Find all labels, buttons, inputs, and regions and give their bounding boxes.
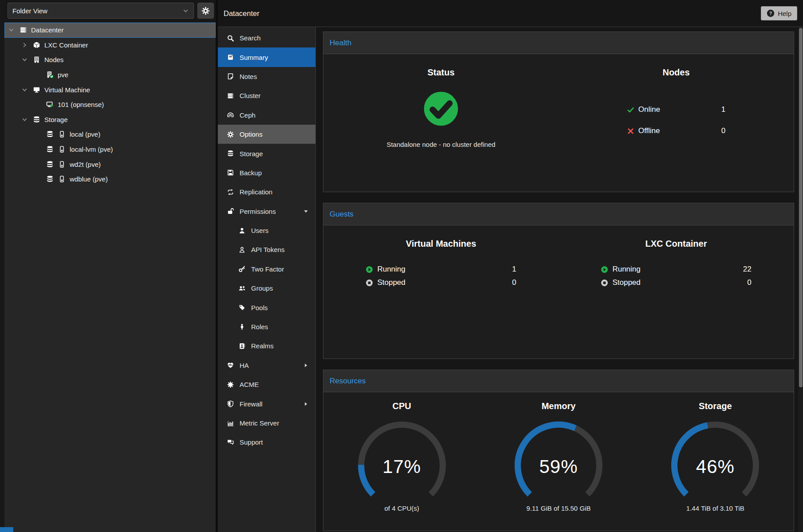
drive-icon	[58, 146, 66, 153]
caret-spacer	[35, 71, 42, 78]
stat-value: 0	[721, 126, 725, 135]
gauge-memory: Memory59%9.11 GiB of 15.50 GiB	[480, 392, 637, 531]
view-selector[interactable]: Folder View	[8, 3, 194, 19]
lxc-running-row: Running 22	[601, 265, 751, 274]
chevron-down-icon[interactable]	[21, 116, 29, 123]
stat-value: 1	[721, 105, 725, 114]
menu-item-label: Firewall	[240, 400, 263, 408]
gauges-row: CPU17%of 4 CPU(s)Memory59%9.11 GiB of 15…	[323, 392, 794, 531]
virtual-machines-column: Virtual Machines Running 1 Stopped 0	[323, 225, 559, 359]
chevron-down-icon[interactable]	[8, 27, 16, 33]
menu-item-search[interactable]: Search	[218, 28, 315, 47]
tag-icon	[238, 304, 246, 311]
health-panel-header: Health	[323, 32, 794, 54]
drive-icon	[58, 175, 66, 183]
database-icon	[32, 116, 41, 123]
certificate-icon	[227, 381, 234, 388]
menu-item-options[interactable]: Options	[218, 125, 315, 144]
cluster-icon	[227, 92, 234, 99]
menu-item-pools[interactable]: Pools	[218, 298, 315, 317]
male-icon	[238, 323, 246, 331]
view-selector-value: Folder View	[12, 7, 47, 15]
menu-item-two-factor[interactable]: Two Factor	[218, 260, 315, 279]
menu-item-api-tokens[interactable]: API Tokens	[218, 240, 315, 259]
stop-circle-icon	[366, 279, 373, 287]
menu-item-storage[interactable]: Storage	[218, 144, 315, 163]
tree-item-wd2t-pve[interactable]: wd2t (pve)	[4, 157, 216, 172]
gauge-arc: 46%	[660, 421, 771, 499]
users-icon	[238, 285, 246, 292]
menu-item-cluster[interactable]: Cluster	[218, 86, 315, 105]
tree-item-label: Virtual Machine	[44, 86, 90, 94]
tree-item-pve[interactable]: pve	[4, 67, 216, 83]
vertical-scrollbar[interactable]	[798, 27, 803, 532]
menu-item-firewall[interactable]: Firewall	[218, 394, 315, 413]
tree-item-nodes[interactable]: Nodes	[4, 52, 216, 67]
chevron-down-icon[interactable]	[21, 87, 29, 93]
caret-spacer	[35, 161, 42, 168]
nodes-online-row: Online 1	[627, 105, 726, 114]
menu-item-summary[interactable]: Summary	[218, 47, 315, 67]
menu-item-ceph[interactable]: Ceph	[218, 106, 315, 125]
menu-item-replication[interactable]: Replication	[218, 182, 315, 201]
caret-spacer	[35, 146, 42, 153]
menu-item-acme[interactable]: ACME	[218, 375, 315, 394]
tree-item-local-pve[interactable]: local (pve)	[4, 127, 216, 142]
tree-item-label: Storage	[44, 116, 68, 123]
tree-item-101-opnsense[interactable]: 101 (opnsense)	[4, 97, 216, 112]
menu-item-label: ACME	[240, 381, 259, 388]
menu-item-label: Backup	[240, 169, 262, 177]
menu-item-label: Search	[240, 34, 261, 42]
tree-item-label: pve	[58, 71, 68, 79]
menu-item-label: Replication	[240, 188, 272, 196]
stat-label: Running	[377, 265, 405, 274]
menu-item-support[interactable]: Support	[218, 433, 315, 452]
menu-item-roles[interactable]: Roles	[218, 317, 315, 336]
menu-item-ha[interactable]: HA	[218, 356, 315, 375]
desktop-play-icon	[46, 101, 54, 108]
menu-item-label: Two Factor	[251, 265, 284, 273]
menu-item-permissions[interactable]: Permissions	[218, 202, 315, 221]
tree-item-storage[interactable]: Storage	[4, 112, 216, 127]
key-icon	[238, 265, 246, 272]
bottom-left-selection-strip	[0, 527, 13, 532]
menu-item-users[interactable]: Users	[218, 221, 315, 240]
resources-panel-header: Resources	[323, 370, 794, 392]
menu-item-label: Pools	[251, 304, 268, 311]
tree-item-virtual-machine[interactable]: Virtual Machine	[4, 82, 216, 97]
chevron-down-icon[interactable]	[21, 56, 29, 63]
guests-panel: Guests Virtual Machines Running 1	[323, 203, 794, 359]
summary-content: Health Status Standalone node - no clust…	[316, 27, 803, 532]
tree-settings-button[interactable]	[197, 3, 214, 19]
stat-value: 0	[747, 278, 751, 287]
stop-circle-icon	[601, 279, 608, 287]
stat-value: 0	[512, 278, 516, 287]
health-panel: Health Status Standalone node - no clust…	[323, 32, 794, 192]
lxc-heading: LXC Container	[646, 239, 707, 249]
tree-item-local-lvm-pve[interactable]: local-lvm (pve)	[4, 142, 216, 157]
main-region: Datacenter ? Help SearchSummaryNotesClus…	[218, 0, 803, 532]
tree-item-lxc-container[interactable]: LXC Container	[4, 38, 216, 53]
chevron-right-icon[interactable]	[21, 42, 29, 48]
menu-item-metric-server[interactable]: Metric Server	[218, 414, 315, 433]
sync-icon	[227, 189, 234, 196]
search-icon	[227, 35, 234, 42]
scrollbar-thumb[interactable]	[799, 28, 803, 387]
cluster-status-column: Status Standalone node - no cluster defi…	[323, 54, 559, 192]
menu-item-notes[interactable]: Notes	[218, 67, 315, 86]
menu-item-groups[interactable]: Groups	[218, 279, 315, 298]
database-icon	[46, 146, 54, 153]
tree-item-datacenter[interactable]: Datacenter	[4, 23, 216, 38]
floppy-icon	[227, 169, 234, 176]
menu-item-label: Permissions	[240, 208, 276, 215]
caret-spacer	[35, 101, 42, 108]
cube-icon	[32, 41, 41, 49]
menu-item-realms[interactable]: Realms	[218, 336, 315, 355]
database-icon	[46, 130, 54, 138]
tree-item-wdblue-pve[interactable]: wdblue (pve)	[4, 172, 216, 187]
menu-item-backup[interactable]: Backup	[218, 163, 315, 182]
page-title: Datacenter	[224, 9, 260, 18]
stat-value: 22	[743, 265, 752, 274]
help-button[interactable]: ? Help	[761, 6, 797, 20]
menu-item-label: Groups	[251, 284, 273, 292]
